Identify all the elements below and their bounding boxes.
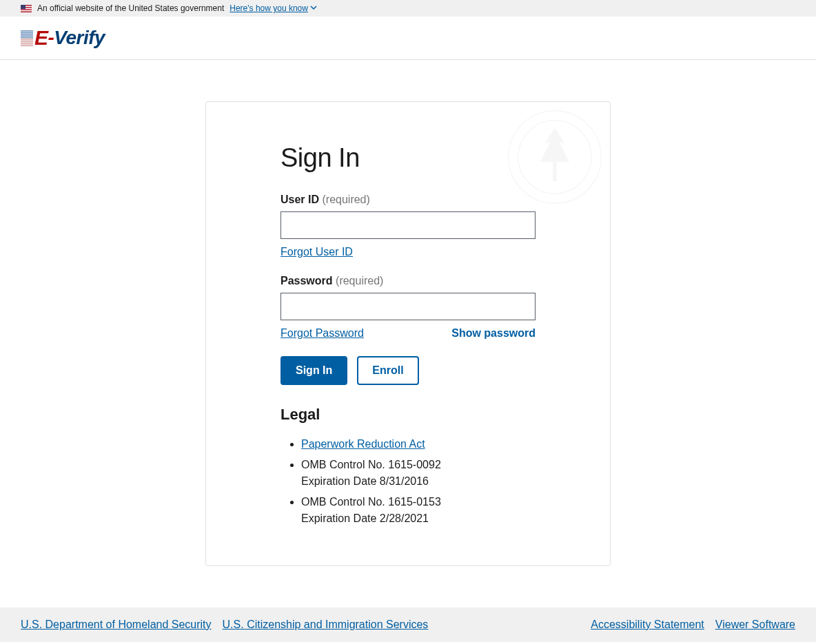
site-header: E-Verify [0, 17, 816, 60]
accessibility-link[interactable]: Accessibility Statement [591, 619, 704, 631]
password-group: Password (required) Forgot Password Show… [280, 275, 536, 340]
dhs-seal-icon [507, 109, 603, 205]
omb-expiration-text: Expiration Date 2/28/2021 [301, 512, 429, 524]
site-footer: U.S. Department of Homeland Security U.S… [0, 607, 816, 642]
svg-rect-5 [21, 5, 26, 9]
gov-banner-link-text: Here's how you know [229, 3, 308, 13]
dhs-link[interactable]: U.S. Department of Homeland Security [21, 619, 212, 631]
user-id-label: User ID (required) [280, 194, 536, 206]
svg-rect-9 [21, 34, 33, 36]
gov-banner-expand-link[interactable]: Here's how you know [229, 3, 317, 13]
omb-expiration-text: Expiration Date 8/31/2016 [301, 475, 429, 487]
user-id-input[interactable] [280, 211, 536, 239]
forgot-password-link[interactable]: Forgot Password [280, 327, 364, 340]
logo-flag-icon [21, 30, 33, 46]
password-input[interactable] [280, 293, 536, 320]
gov-banner: An official website of the United States… [0, 0, 816, 17]
svg-rect-14 [21, 43, 33, 44]
signin-heading: Sign In [280, 143, 536, 173]
password-required-text: (required) [336, 275, 383, 287]
logo-dash: - [48, 27, 54, 49]
footer-right: Accessibility Statement Viewer Software [591, 619, 795, 631]
omb-control-text: OMB Control No. 1615-0092 [301, 459, 441, 470]
uscis-link[interactable]: U.S. Citizenship and Immigration Service… [223, 619, 429, 631]
show-password-button[interactable]: Show password [451, 327, 536, 340]
everify-logo[interactable]: E-Verify [21, 26, 105, 50]
enroll-button[interactable]: Enroll [357, 356, 418, 385]
user-id-group: User ID (required) Forgot User ID [280, 194, 536, 258]
gov-banner-text: An official website of the United States… [37, 3, 224, 13]
viewer-software-link[interactable]: Viewer Software [715, 619, 795, 631]
list-item: Paperwork Reduction Act [301, 436, 536, 453]
svg-rect-12 [21, 39, 33, 40]
us-flag-icon [21, 5, 32, 12]
svg-rect-8 [21, 32, 33, 34]
button-row: Sign In Enroll [280, 356, 536, 385]
signin-button[interactable]: Sign In [280, 356, 347, 385]
svg-rect-7 [21, 30, 33, 32]
legal-list: Paperwork Reduction Act OMB Control No. … [280, 436, 536, 527]
paperwork-reduction-act-link[interactable]: Paperwork Reduction Act [301, 438, 425, 450]
omb-control-text: OMB Control No. 1615-0153 [301, 496, 441, 508]
svg-rect-13 [21, 41, 33, 42]
user-id-required-text: (required) [322, 194, 369, 205]
svg-rect-10 [21, 37, 33, 38]
logo-verify-text: Verify [54, 27, 105, 49]
password-label: Password (required) [280, 275, 536, 287]
list-item: OMB Control No. 1615-0153 Expiration Dat… [301, 494, 536, 527]
main-content: Sign In User ID (required) Forgot User I… [0, 60, 816, 607]
signin-card: Sign In User ID (required) Forgot User I… [205, 101, 611, 566]
logo-letter-e: E [34, 26, 48, 50]
chevron-down-icon [310, 3, 317, 13]
list-item: OMB Control No. 1615-0092 Expiration Dat… [301, 457, 536, 490]
svg-rect-15 [21, 45, 33, 46]
footer-left: U.S. Department of Homeland Security U.S… [21, 619, 428, 631]
password-label-text: Password [280, 275, 333, 287]
svg-rect-3 [21, 9, 32, 10]
legal-section: Legal Paperwork Reduction Act OMB Contro… [280, 406, 536, 527]
svg-rect-4 [21, 11, 32, 12]
forgot-user-id-link[interactable]: Forgot User ID [280, 246, 353, 258]
legal-heading: Legal [280, 406, 536, 424]
user-id-label-text: User ID [280, 194, 319, 205]
